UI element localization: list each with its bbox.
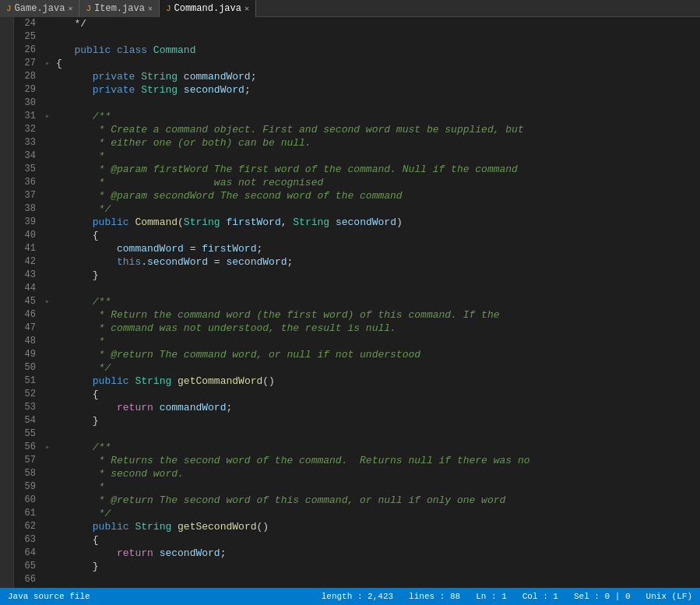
fold-indicator: [42, 255, 53, 269]
code-line[interactable]: * second word.: [53, 467, 700, 480]
code-segment: ;: [244, 84, 251, 96]
tab-close-command[interactable]: ✕: [244, 4, 249, 13]
code-segment: ): [396, 216, 403, 228]
code-segment: private: [93, 84, 135, 96]
code-line[interactable]: commandWord = firstWord;: [53, 242, 700, 255]
code-line[interactable]: private String commandWord;: [53, 70, 700, 83]
code-line[interactable]: * either one (or both) can be null.: [53, 136, 700, 149]
code-line[interactable]: * Return the command word (the first wor…: [53, 308, 700, 322]
code-line[interactable]: * Returns the second word of the command…: [53, 454, 700, 467]
code-line[interactable]: {: [53, 57, 700, 70]
code-line[interactable]: return commandWord;: [53, 401, 700, 414]
code-segment: return: [117, 402, 153, 413]
table-row: 37 * @param secondWord The second word o…: [14, 189, 700, 202]
code-line[interactable]: /**: [53, 441, 700, 454]
code-segment: public: [93, 521, 129, 533]
fold-indicator: [42, 83, 53, 97]
line-number: 27: [14, 57, 42, 70]
line-number: 62: [14, 520, 42, 533]
code-area[interactable]: 24 */25 26 public class Command27▸{28 pr…: [14, 17, 700, 588]
code-line[interactable]: * @param secondWord The second word of t…: [53, 189, 700, 202]
code-line[interactable]: }: [53, 414, 700, 427]
code-line[interactable]: this.secondWord = secondWord;: [53, 255, 700, 269]
code-line[interactable]: * @return The second word of this comman…: [53, 494, 700, 507]
code-line[interactable]: public class Command: [53, 44, 700, 57]
code-line[interactable]: * was not recognised: [53, 176, 700, 189]
line-number: 58: [14, 467, 42, 480]
line-number: 64: [14, 547, 42, 560]
table-row: 26 public class Command: [14, 44, 700, 57]
code-segment: */: [56, 18, 86, 30]
code-line[interactable]: *: [53, 149, 700, 163]
code-segment: /**: [93, 441, 111, 453]
code-segment: secondWord: [184, 84, 244, 96]
code-line[interactable]: public Command(String firstWord, String …: [53, 216, 700, 229]
table-row: 27▸{: [14, 57, 700, 70]
code-line[interactable]: [53, 573, 700, 586]
code-line[interactable]: *: [53, 480, 700, 494]
fold-indicator[interactable]: ▸: [42, 57, 53, 70]
tab-label: Item.java: [94, 3, 145, 14]
line-number: 29: [14, 83, 42, 97]
tab-command-java[interactable]: J Command.java ✕: [160, 0, 256, 17]
code-line[interactable]: [53, 97, 700, 110]
table-row: 50 */: [14, 361, 700, 375]
table-row: 47 * command was not understood, the res…: [14, 322, 700, 335]
line-number: 31: [14, 110, 42, 123]
code-segment: =: [184, 243, 202, 255]
code-line[interactable]: [53, 282, 700, 295]
code-segment: [56, 494, 99, 506]
code-line[interactable]: /**: [53, 110, 700, 123]
tab-close-game[interactable]: ✕: [68, 4, 72, 13]
code-line[interactable]: }: [53, 269, 700, 282]
line-number: 33: [14, 136, 42, 149]
code-line[interactable]: */: [53, 361, 700, 375]
code-line[interactable]: /**: [53, 295, 700, 308]
tab-item-java[interactable]: J Item.java ✕: [79, 0, 159, 17]
table-row: 35 * @param firstWord The first word of …: [14, 163, 700, 176]
code-line[interactable]: {: [53, 533, 700, 547]
code-line[interactable]: */: [53, 507, 700, 520]
code-segment: [56, 150, 99, 162]
code-segment: [56, 216, 93, 228]
code-segment: commandWord: [184, 71, 251, 83]
code-segment: firstWord: [202, 243, 256, 255]
code-line[interactable]: * @return The command word, or null if n…: [53, 348, 700, 361]
fold-indicator: [42, 494, 53, 507]
code-line[interactable]: [53, 30, 700, 44]
code-line[interactable]: * @param firstWord The first word of the…: [53, 163, 700, 176]
fold-indicator: [42, 202, 53, 216]
fold-indicator: [42, 427, 53, 441]
code-segment: [111, 44, 117, 56]
code-line[interactable]: public String getCommandWord(): [53, 375, 700, 388]
code-line[interactable]: {: [53, 229, 700, 242]
code-segment: [171, 521, 178, 533]
code-line[interactable]: private String secondWord;: [53, 83, 700, 97]
code-segment: [56, 71, 93, 83]
code-segment: String: [135, 375, 171, 387]
code-segment: [147, 44, 153, 56]
fold-indicator: [42, 401, 53, 414]
fold-indicator: [42, 163, 53, 176]
code-line[interactable]: *: [53, 335, 700, 348]
line-number: 32: [14, 123, 42, 136]
code-line[interactable]: * command was not understood, the result…: [53, 322, 700, 335]
table-row: 62 public String getSecondWord(): [14, 520, 700, 533]
fold-indicator[interactable]: ▸: [42, 110, 53, 123]
fold-indicator: [42, 30, 53, 44]
code-scroll[interactable]: 24 */25 26 public class Command27▸{28 pr…: [14, 17, 700, 588]
code-line[interactable]: {: [53, 388, 700, 401]
tab-game-java[interactable]: J Game.java ✕: [0, 0, 79, 17]
fold-indicator[interactable]: ▸: [42, 295, 53, 308]
code-line[interactable]: */: [53, 202, 700, 216]
fold-indicator[interactable]: ▸: [42, 441, 53, 454]
code-line[interactable]: */: [53, 17, 700, 30]
code-line[interactable]: [53, 427, 700, 441]
fold-indicator: [42, 520, 53, 533]
code-segment: [56, 402, 117, 413]
tab-close-item[interactable]: ✕: [148, 4, 153, 13]
code-line[interactable]: }: [53, 560, 700, 573]
code-line[interactable]: return secondWord;: [53, 547, 700, 560]
code-line[interactable]: public String getSecondWord(): [53, 520, 700, 533]
code-line[interactable]: * Create a command object. First and sec…: [53, 123, 700, 136]
